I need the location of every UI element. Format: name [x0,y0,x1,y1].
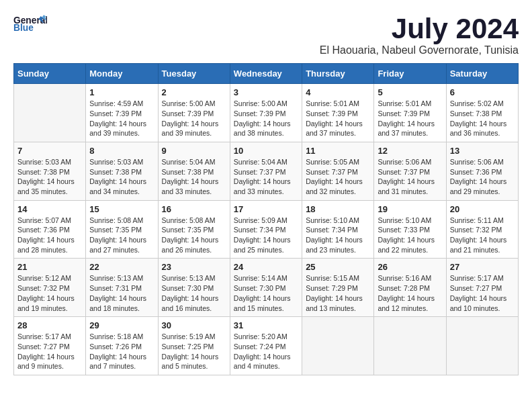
calendar-table: SundayMondayTuesdayWednesdayThursdayFrid… [13,63,519,375]
calendar-cell: 5 Sunrise: 5:01 AM Sunset: 7:39 PM Dayli… [374,84,446,142]
day-number: 12 [378,146,442,156]
page-header: General Blue July 2024 El Haouaria, Nabe… [13,13,519,56]
day-info: Sunrise: 5:04 AM Sunset: 7:37 PM Dayligh… [234,157,298,197]
daylight-text: Daylight: 14 hours and 26 minutes. [162,236,219,254]
daylight-text: Daylight: 14 hours and 7 minutes. [89,353,146,371]
day-info: Sunrise: 5:02 AM Sunset: 7:38 PM Dayligh… [450,99,515,138]
calendar-cell [446,317,518,375]
sunrise-text: Sunrise: 5:10 AM [306,216,359,224]
day-number: 22 [89,262,154,272]
sunrise-text: Sunrise: 5:10 AM [378,216,431,224]
day-number: 30 [162,320,226,330]
sunset-text: Sunset: 7:38 PM [450,109,502,118]
day-number: 16 [162,204,226,214]
day-info: Sunrise: 5:19 AM Sunset: 7:25 PM Dayligh… [162,332,226,371]
sunset-text: Sunset: 7:36 PM [450,168,502,176]
sunrise-text: Sunrise: 5:06 AM [378,158,431,166]
calendar-cell: 4 Sunrise: 5:01 AM Sunset: 7:39 PM Dayli… [302,84,374,142]
daylight-text: Daylight: 14 hours and 4 minutes. [234,353,291,371]
daylight-text: Daylight: 14 hours and 37 minutes. [306,120,363,138]
day-number: 17 [234,204,298,214]
day-number: 5 [378,87,442,97]
sunset-text: Sunset: 7:33 PM [378,226,430,234]
day-info: Sunrise: 5:09 AM Sunset: 7:34 PM Dayligh… [234,216,298,255]
sunset-text: Sunset: 7:30 PM [234,284,286,292]
sunrise-text: Sunrise: 5:00 AM [234,99,287,107]
day-number: 18 [306,204,370,214]
sunrise-text: Sunrise: 5:09 AM [234,216,287,224]
calendar-cell: 24 Sunrise: 5:14 AM Sunset: 7:30 PM Dayl… [230,259,302,317]
sunset-text: Sunset: 7:38 PM [162,168,214,176]
day-number: 7 [17,146,82,156]
sunset-text: Sunset: 7:38 PM [17,168,70,176]
daylight-text: Daylight: 14 hours and 13 minutes. [306,294,363,312]
calendar-cell: 31 Sunrise: 5:20 AM Sunset: 7:24 PM Dayl… [230,317,302,375]
sunset-text: Sunset: 7:31 PM [89,284,142,292]
day-number: 14 [17,204,82,214]
calendar-week-row: 21 Sunrise: 5:12 AM Sunset: 7:32 PM Dayl… [14,259,519,317]
day-info: Sunrise: 5:10 AM Sunset: 7:34 PM Dayligh… [306,216,370,255]
sunset-text: Sunset: 7:34 PM [234,226,286,234]
sunrise-text: Sunrise: 5:14 AM [234,274,287,282]
day-of-week-header: Tuesday [158,64,230,84]
day-number: 31 [234,320,298,330]
location-subtitle: El Haouaria, Nabeul Governorate, Tunisia [320,44,519,56]
sunrise-text: Sunrise: 5:17 AM [17,332,71,340]
day-info: Sunrise: 5:03 AM Sunset: 7:38 PM Dayligh… [89,157,154,197]
day-number: 1 [89,87,154,97]
day-number: 13 [450,146,515,156]
sunset-text: Sunset: 7:39 PM [378,109,430,118]
svg-text:Blue: Blue [13,23,34,33]
daylight-text: Daylight: 14 hours and 36 minutes. [450,120,507,138]
daylight-text: Daylight: 14 hours and 10 minutes. [450,294,507,312]
day-number: 15 [89,204,154,214]
calendar-cell: 22 Sunrise: 5:13 AM Sunset: 7:31 PM Dayl… [86,259,158,317]
day-info: Sunrise: 5:05 AM Sunset: 7:37 PM Dayligh… [306,157,370,197]
day-info: Sunrise: 5:16 AM Sunset: 7:28 PM Dayligh… [378,273,442,313]
daylight-text: Daylight: 14 hours and 28 minutes. [17,236,75,254]
sunset-text: Sunset: 7:24 PM [234,342,286,351]
sunset-text: Sunset: 7:27 PM [17,342,70,351]
calendar-cell: 25 Sunrise: 5:15 AM Sunset: 7:29 PM Dayl… [302,259,374,317]
daylight-text: Daylight: 14 hours and 33 minutes. [234,177,291,195]
calendar-cell: 18 Sunrise: 5:10 AM Sunset: 7:34 PM Dayl… [302,200,374,259]
calendar-cell: 29 Sunrise: 5:18 AM Sunset: 7:26 PM Dayl… [86,317,158,375]
day-number: 24 [234,262,298,272]
daylight-text: Daylight: 14 hours and 38 minutes. [234,120,291,138]
day-number: 10 [234,146,298,156]
daylight-text: Daylight: 14 hours and 34 minutes. [89,177,146,195]
calendar-cell: 3 Sunrise: 5:00 AM Sunset: 7:39 PM Dayli… [230,84,302,142]
sunset-text: Sunset: 7:39 PM [89,109,142,118]
sunset-text: Sunset: 7:35 PM [89,226,142,234]
day-info: Sunrise: 5:08 AM Sunset: 7:35 PM Dayligh… [162,216,226,255]
sunrise-text: Sunrise: 5:08 AM [89,216,143,224]
daylight-text: Daylight: 14 hours and 18 minutes. [89,294,146,312]
day-info: Sunrise: 5:11 AM Sunset: 7:32 PM Dayligh… [450,216,515,255]
sunrise-text: Sunrise: 5:18 AM [89,332,143,340]
day-info: Sunrise: 5:08 AM Sunset: 7:35 PM Dayligh… [89,216,154,255]
calendar-cell: 13 Sunrise: 5:06 AM Sunset: 7:36 PM Dayl… [446,142,518,200]
logo: General Blue [13,13,47,34]
calendar-cell: 14 Sunrise: 5:07 AM Sunset: 7:36 PM Dayl… [14,200,86,259]
day-info: Sunrise: 5:18 AM Sunset: 7:26 PM Dayligh… [89,332,154,371]
day-info: Sunrise: 5:15 AM Sunset: 7:29 PM Dayligh… [306,273,370,313]
daylight-text: Daylight: 14 hours and 9 minutes. [17,353,75,371]
daylight-text: Daylight: 14 hours and 19 minutes. [17,294,75,312]
calendar-cell: 27 Sunrise: 5:17 AM Sunset: 7:27 PM Dayl… [446,259,518,317]
sunrise-text: Sunrise: 5:01 AM [306,99,359,107]
daylight-text: Daylight: 14 hours and 12 minutes. [378,294,435,312]
sunrise-text: Sunrise: 5:04 AM [234,158,287,166]
calendar-cell [302,317,374,375]
day-info: Sunrise: 5:01 AM Sunset: 7:39 PM Dayligh… [306,99,370,138]
day-number: 6 [450,87,515,97]
day-info: Sunrise: 5:13 AM Sunset: 7:31 PM Dayligh… [89,273,154,313]
day-info: Sunrise: 5:10 AM Sunset: 7:33 PM Dayligh… [378,216,442,255]
sunset-text: Sunset: 7:39 PM [306,109,358,118]
sunset-text: Sunset: 7:35 PM [162,226,214,234]
day-of-week-header: Saturday [446,64,518,84]
day-of-week-header: Friday [374,64,446,84]
sunrise-text: Sunrise: 5:06 AM [450,158,504,166]
daylight-text: Daylight: 14 hours and 16 minutes. [162,294,219,312]
day-number: 2 [162,87,226,97]
sunset-text: Sunset: 7:37 PM [306,168,358,176]
